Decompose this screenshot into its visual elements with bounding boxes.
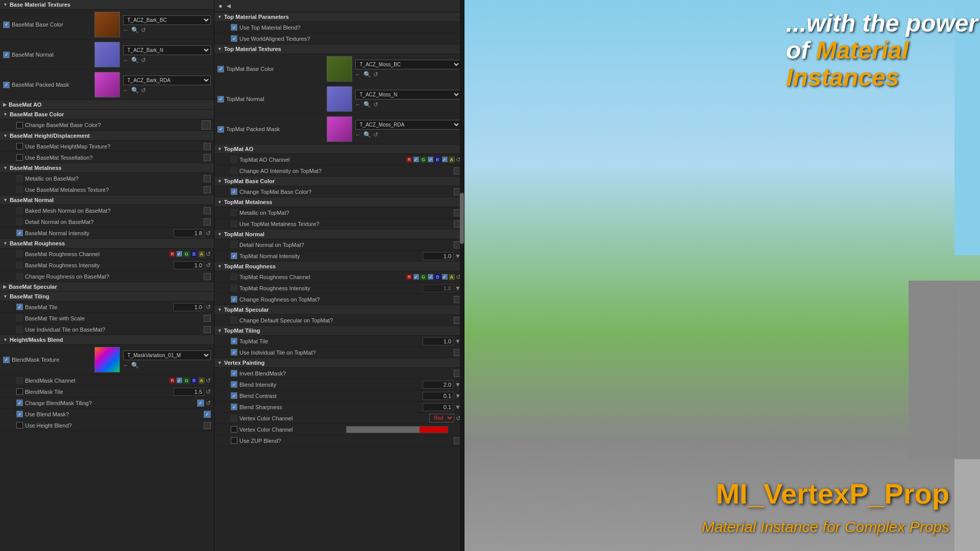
topmat-packed-mask-thumb[interactable] [327,116,352,142]
topmat-roughness-intensity-cb[interactable] [231,285,237,291]
vertex-color-bar-cb[interactable] [231,426,237,433]
topmat-ao-channel-cb[interactable] [231,156,237,163]
change-ao-intensity-cb[interactable] [231,167,237,174]
basemat-packed-mask-thumb[interactable] [94,72,120,97]
basemat-normal-intensity-cb[interactable] [16,230,23,236]
topmat-packed-mask-dropdown[interactable]: T_ACZ_Moss_RDA [355,120,461,130]
basemat-roughness-intensity-cb[interactable] [16,262,23,268]
blend-intensity-input[interactable] [423,381,453,389]
reset-topmat-normal[interactable]: ← [355,101,361,108]
use-topmat-metalness-tex-cb[interactable] [231,220,237,227]
basemat-normal-section-header[interactable]: ▼ BaseMat Normal [0,195,214,205]
use-world-aligned-cb[interactable] [231,35,237,42]
detail-normal-cb[interactable] [16,218,23,225]
nav-left-icon-middle[interactable]: ◄ [226,2,232,10]
individual-tile-topmat-cb[interactable] [231,349,237,356]
use-blend-mask-right-cb[interactable] [204,411,211,418]
blend-sharpness-input[interactable] [423,403,453,411]
blendmask-channel-cb[interactable] [16,377,23,384]
reset-roughness-intensity[interactable]: ↺ [206,262,211,269]
metallic-topmat-cb[interactable] [231,209,237,216]
blendmask-tile-input[interactable] [174,388,204,396]
reset-change-blendmask[interactable]: ↺ [206,399,211,407]
reset-blend-channel[interactable]: ↺ [206,377,211,384]
baked-mesh-normal-cb[interactable] [16,207,23,214]
basemat-roughness-intensity-input[interactable] [174,261,204,269]
basemat-tile-input[interactable] [174,303,204,311]
refresh-topmat-mask[interactable]: ↺ [373,131,378,138]
basemat-packed-mask-dropdown[interactable]: T_ACZ_Bark_RDA [123,76,211,85]
reset-roughness-channel[interactable]: ↺ [206,251,211,258]
topmat-packed-mask-texture-cb[interactable] [217,126,224,133]
blend-contrast-input[interactable] [423,392,453,400]
topmat-roughness-intensity-input[interactable] [423,284,453,292]
vertex-color-channel-cb[interactable] [231,415,237,421]
top-material-textures-header[interactable]: ▼ Top Material Textures [214,44,464,54]
basemat-base-color-section-header[interactable]: ▼ BaseMat Base Color [0,110,214,119]
basemat-packed-mask-checkbox[interactable] [3,82,10,88]
middle-scrollbar[interactable] [460,0,464,551]
basemat-bc-color-swatch[interactable] [202,120,211,130]
use-zup-blend-cb[interactable] [231,437,237,444]
topmat-tile-cb[interactable] [231,338,237,344]
middle-scrollbar-thumb[interactable] [460,193,464,244]
topmat-normal-section-header[interactable]: ▼ TopMat Normal [214,230,464,239]
topmat-metalness-header[interactable]: ▼ TopMat Metalness [214,197,464,207]
metallic-basemat-cb[interactable] [16,175,23,182]
basemat-tiling-header[interactable]: ▼ BaseMat Tiling [0,292,214,302]
search-icon-normal[interactable]: 🔍 [131,57,139,64]
change-blendmask-tiling-cb[interactable] [16,399,23,406]
topmat-rough-badge-r-cb[interactable] [413,274,419,280]
topmat-ao-badge-r-cb[interactable] [413,157,419,162]
topmat-tiling-header[interactable]: ▼ TopMat Tiling [214,326,464,336]
search-icon-mask[interactable]: 🔍 [131,87,139,94]
use-blend-mask-cb[interactable] [16,411,23,417]
vertex-painting-header[interactable]: ▼ Vertex Painting [214,358,464,368]
search-topmat-bc[interactable]: 🔍 [363,71,371,78]
reset-basemat-tile[interactable]: ↺ [206,304,211,311]
blendmask-tile-cb[interactable] [16,388,23,395]
search-icon-bc[interactable]: 🔍 [131,27,139,34]
reset-icon-normal[interactable]: ← [123,57,129,64]
search-topmat-normal[interactable]: 🔍 [363,101,371,108]
change-default-specular-cb[interactable] [231,317,237,323]
blend-badge-r-cb[interactable] [177,378,182,383]
reset-icon-blend[interactable]: ← [123,362,129,369]
topmat-base-color-thumb[interactable] [327,56,352,82]
topmat-roughness-channel-cb[interactable] [231,273,237,280]
vertex-color-bar[interactable] [346,426,448,433]
topmat-ao-badge-b-cb[interactable] [442,157,448,162]
individual-tile-basemat-cb[interactable] [16,326,23,333]
height-masks-blend-header[interactable]: ▼ Height/Masks Blend [0,335,214,345]
topmat-normal-texture-cb[interactable] [217,96,224,103]
refresh-icon-normal[interactable]: ↺ [141,57,146,64]
use-top-material-blend-cb[interactable] [231,24,237,31]
use-heightmap-cb[interactable] [16,143,23,149]
basemat-base-color-dropdown[interactable]: T_ACZ_Bark_BC [123,15,211,25]
topmat-ao-badge-g-cb[interactable] [428,157,433,162]
basemat-ao-header[interactable]: ▶ BaseMat AO [0,100,214,110]
invert-blendmask-cb[interactable] [231,370,237,377]
reset-icon-bc[interactable]: ← [123,27,129,34]
use-height-blend-cb[interactable] [16,422,23,429]
refresh-icon-mask[interactable]: ↺ [141,87,146,94]
reset-normal-intensity[interactable]: ↺ [206,230,211,237]
topmat-normal-dropdown[interactable]: T_ACZ_Moss_N [355,90,461,99]
search-icon-blend[interactable]: 🔍 [131,362,139,369]
refresh-icon-bc[interactable]: ↺ [141,27,146,34]
topmat-base-color-section-header[interactable]: ▼ TopMat Base Color [214,177,464,186]
refresh-topmat-bc[interactable]: ↺ [373,71,378,78]
basemat-normal-thumb[interactable] [94,42,120,67]
basemat-normal-dropdown[interactable]: T_ACZ_Bark_N [123,45,211,55]
change-roughness-basemat-cb[interactable] [16,273,23,280]
reset-blendmask-tile[interactable]: ↺ [206,388,211,395]
use-metalness-tex-cb[interactable] [16,186,23,193]
reset-topmat-mask[interactable]: ← [355,131,361,138]
change-roughness-topmat-cb[interactable] [231,296,237,303]
basemat-specular-header[interactable]: ▶ BaseMat Specular [0,282,214,292]
basemat-roughness-header[interactable]: ▼ BaseMat Roughness [0,239,214,248]
change-basemat-bc-cb[interactable] [16,122,23,129]
topmat-base-color-dropdown[interactable]: T_ACZ_Moss_BC [355,60,461,69]
top-material-params-header[interactable]: ▼ Top Material Parameters [214,12,464,22]
basemat-base-color-thumb[interactable] [94,12,120,37]
